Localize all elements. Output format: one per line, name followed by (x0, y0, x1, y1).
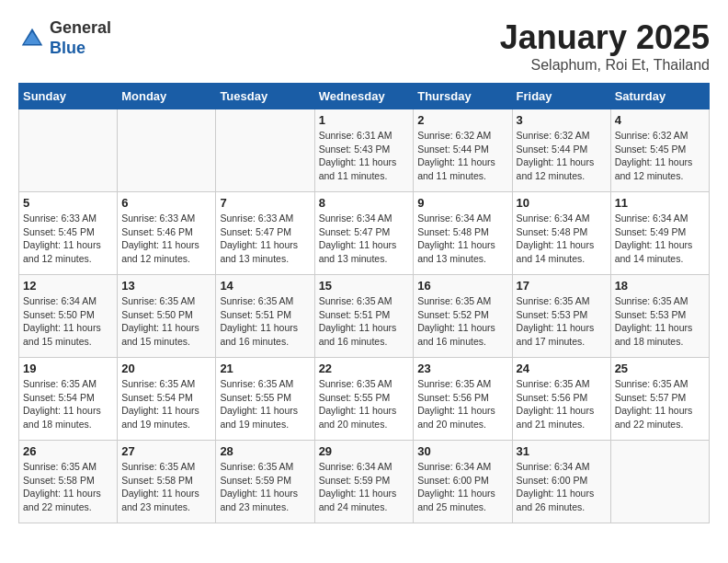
calendar-week-row: 12Sunrise: 6:34 AM Sunset: 5:50 PM Dayli… (19, 275, 710, 358)
logo-general: General (50, 18, 111, 37)
day-info: Sunrise: 6:35 AM Sunset: 5:58 PM Dayligh… (121, 460, 211, 514)
day-info: Sunrise: 6:34 AM Sunset: 5:59 PM Dayligh… (319, 460, 410, 514)
day-info: Sunrise: 6:32 AM Sunset: 5:44 PM Dayligh… (517, 129, 607, 183)
day-info: Sunrise: 6:33 AM Sunset: 5:45 PM Dayligh… (23, 212, 113, 266)
day-number: 31 (517, 444, 607, 458)
calendar-week-row: 5Sunrise: 6:33 AM Sunset: 5:45 PM Daylig… (19, 192, 710, 275)
calendar-cell: 24Sunrise: 6:35 AM Sunset: 5:56 PM Dayli… (512, 358, 610, 441)
calendar-cell: 15Sunrise: 6:35 AM Sunset: 5:51 PM Dayli… (314, 275, 414, 358)
day-number: 24 (517, 362, 607, 375)
day-number: 3 (517, 113, 607, 127)
calendar-cell: 5Sunrise: 6:33 AM Sunset: 5:45 PM Daylig… (19, 192, 118, 275)
day-info: Sunrise: 6:35 AM Sunset: 5:53 PM Dayligh… (615, 294, 705, 349)
calendar-cell: 3Sunrise: 6:32 AM Sunset: 5:44 PM Daylig… (512, 109, 610, 192)
calendar-cell: 21Sunrise: 6:35 AM Sunset: 5:55 PM Dayli… (216, 358, 314, 441)
calendar-cell: 7Sunrise: 6:33 AM Sunset: 5:47 PM Daylig… (216, 192, 314, 275)
weekday-header: Monday (118, 84, 216, 109)
day-info: Sunrise: 6:35 AM Sunset: 5:52 PM Dayligh… (417, 294, 507, 349)
day-info: Sunrise: 6:35 AM Sunset: 5:56 PM Dayligh… (417, 377, 507, 431)
day-info: Sunrise: 6:31 AM Sunset: 5:43 PM Dayligh… (319, 129, 410, 183)
calendar-header-row: SundayMondayTuesdayWednesdayThursdayFrid… (19, 84, 710, 109)
calendar-cell: 8Sunrise: 6:34 AM Sunset: 5:47 PM Daylig… (314, 192, 414, 275)
day-number: 19 (23, 362, 113, 375)
day-info: Sunrise: 6:35 AM Sunset: 5:51 PM Dayligh… (319, 294, 410, 349)
calendar-week-row: 1Sunrise: 6:31 AM Sunset: 5:43 PM Daylig… (19, 109, 710, 192)
calendar-cell: 4Sunrise: 6:32 AM Sunset: 5:45 PM Daylig… (610, 109, 709, 192)
day-number: 28 (220, 444, 310, 458)
day-number: 26 (23, 444, 113, 458)
calendar-cell: 22Sunrise: 6:35 AM Sunset: 5:55 PM Dayli… (314, 358, 414, 441)
logo-icon (18, 25, 46, 52)
day-info: Sunrise: 6:34 AM Sunset: 5:48 PM Dayligh… (417, 212, 507, 266)
day-number: 9 (417, 196, 507, 210)
calendar-cell: 26Sunrise: 6:35 AM Sunset: 5:58 PM Dayli… (19, 441, 118, 523)
logo: General Blue (18, 18, 111, 58)
calendar-cell: 2Sunrise: 6:32 AM Sunset: 5:44 PM Daylig… (414, 109, 512, 192)
calendar-table: SundayMondayTuesdayWednesdayThursdayFrid… (18, 83, 710, 523)
day-info: Sunrise: 6:35 AM Sunset: 5:50 PM Dayligh… (121, 294, 211, 349)
calendar-week-row: 19Sunrise: 6:35 AM Sunset: 5:54 PM Dayli… (19, 358, 710, 441)
calendar-cell (610, 441, 709, 523)
day-info: Sunrise: 6:35 AM Sunset: 5:59 PM Dayligh… (220, 460, 310, 514)
day-number: 10 (517, 196, 607, 210)
weekday-header: Wednesday (314, 84, 414, 109)
day-number: 4 (615, 113, 705, 127)
day-info: Sunrise: 6:35 AM Sunset: 5:53 PM Dayligh… (517, 294, 607, 349)
calendar-cell: 30Sunrise: 6:34 AM Sunset: 6:00 PM Dayli… (414, 441, 512, 523)
day-number: 12 (23, 279, 113, 293)
day-info: Sunrise: 6:32 AM Sunset: 5:44 PM Dayligh… (417, 129, 507, 183)
calendar-cell: 20Sunrise: 6:35 AM Sunset: 5:54 PM Dayli… (118, 358, 216, 441)
logo-blue: Blue (50, 39, 85, 57)
day-info: Sunrise: 6:32 AM Sunset: 5:45 PM Dayligh… (615, 129, 705, 183)
day-number: 8 (319, 196, 410, 210)
day-info: Sunrise: 6:34 AM Sunset: 6:00 PM Dayligh… (517, 460, 607, 514)
weekday-header: Thursday (414, 84, 512, 109)
logo-text: General Blue (50, 18, 111, 58)
day-info: Sunrise: 6:34 AM Sunset: 5:48 PM Dayligh… (517, 212, 607, 266)
day-number: 1 (319, 113, 410, 127)
calendar-cell: 18Sunrise: 6:35 AM Sunset: 5:53 PM Dayli… (610, 275, 709, 358)
day-info: Sunrise: 6:35 AM Sunset: 5:55 PM Dayligh… (220, 377, 310, 431)
day-info: Sunrise: 6:34 AM Sunset: 6:00 PM Dayligh… (417, 460, 507, 514)
day-info: Sunrise: 6:35 AM Sunset: 5:55 PM Dayligh… (319, 377, 410, 431)
day-info: Sunrise: 6:34 AM Sunset: 5:49 PM Dayligh… (615, 212, 705, 266)
day-number: 20 (121, 362, 211, 375)
day-number: 16 (417, 279, 507, 293)
weekday-header: Friday (512, 84, 610, 109)
calendar-cell: 6Sunrise: 6:33 AM Sunset: 5:46 PM Daylig… (118, 192, 216, 275)
weekday-header: Tuesday (216, 84, 314, 109)
calendar-cell: 13Sunrise: 6:35 AM Sunset: 5:50 PM Dayli… (118, 275, 216, 358)
calendar-cell: 31Sunrise: 6:34 AM Sunset: 6:00 PM Dayli… (512, 441, 610, 523)
calendar-cell: 16Sunrise: 6:35 AM Sunset: 5:52 PM Dayli… (414, 275, 512, 358)
day-number: 15 (319, 279, 410, 293)
calendar-cell: 9Sunrise: 6:34 AM Sunset: 5:48 PM Daylig… (414, 192, 512, 275)
day-number: 7 (220, 196, 310, 210)
calendar-cell (216, 109, 314, 192)
calendar-cell (19, 109, 118, 192)
day-info: Sunrise: 6:34 AM Sunset: 5:47 PM Dayligh… (319, 212, 410, 266)
calendar-week-row: 26Sunrise: 6:35 AM Sunset: 5:58 PM Dayli… (19, 441, 710, 523)
day-info: Sunrise: 6:34 AM Sunset: 5:50 PM Dayligh… (23, 294, 113, 349)
day-info: Sunrise: 6:35 AM Sunset: 5:58 PM Dayligh… (23, 460, 113, 514)
location-subtitle: Selaphum, Roi Et, Thailand (500, 57, 710, 74)
day-number: 21 (220, 362, 310, 375)
title-area: January 2025 Selaphum, Roi Et, Thailand (500, 18, 710, 74)
day-info: Sunrise: 6:35 AM Sunset: 5:56 PM Dayligh… (517, 377, 607, 431)
calendar-cell: 23Sunrise: 6:35 AM Sunset: 5:56 PM Dayli… (414, 358, 512, 441)
day-number: 6 (121, 196, 211, 210)
calendar-cell: 28Sunrise: 6:35 AM Sunset: 5:59 PM Dayli… (216, 441, 314, 523)
day-number: 22 (319, 362, 410, 375)
day-info: Sunrise: 6:33 AM Sunset: 5:46 PM Dayligh… (121, 212, 211, 266)
month-title: January 2025 (500, 18, 710, 57)
day-number: 17 (517, 279, 607, 293)
day-info: Sunrise: 6:35 AM Sunset: 5:54 PM Dayligh… (23, 377, 113, 431)
calendar-cell: 12Sunrise: 6:34 AM Sunset: 5:50 PM Dayli… (19, 275, 118, 358)
calendar-cell: 27Sunrise: 6:35 AM Sunset: 5:58 PM Dayli… (118, 441, 216, 523)
day-number: 2 (417, 113, 507, 127)
day-number: 13 (121, 279, 211, 293)
calendar-cell: 11Sunrise: 6:34 AM Sunset: 5:49 PM Dayli… (610, 192, 709, 275)
calendar-cell (118, 109, 216, 192)
day-info: Sunrise: 6:35 AM Sunset: 5:51 PM Dayligh… (220, 294, 310, 349)
day-number: 14 (220, 279, 310, 293)
calendar-cell: 10Sunrise: 6:34 AM Sunset: 5:48 PM Dayli… (512, 192, 610, 275)
